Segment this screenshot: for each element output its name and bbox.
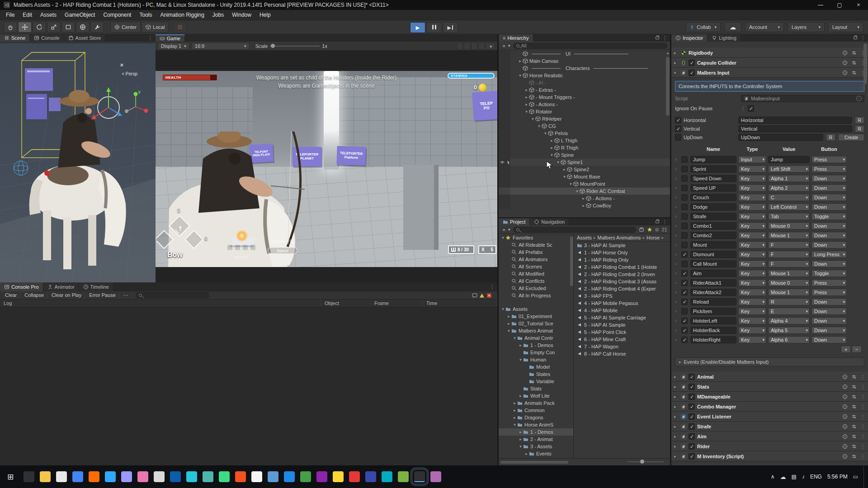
display-dropdown[interactable]: Display 1	[158, 42, 189, 50]
input-enabled-checkbox[interactable]	[681, 223, 688, 229]
drag-handle-icon[interactable]: ≡	[675, 281, 679, 285]
tool-button[interactable]	[4, 22, 17, 33]
input-button-dropdown[interactable]: Press	[811, 156, 847, 163]
input-enabled-checkbox[interactable]	[681, 261, 688, 267]
input-button-dropdown[interactable]: Down	[811, 327, 847, 334]
input-enabled-checkbox[interactable]	[681, 175, 688, 182]
hierarchy-item[interactable]: ▸ - Mount Triggers -	[499, 94, 670, 101]
taskbar-app-icon[interactable]	[382, 471, 392, 482]
breadcrumb[interactable]: Assets▸ Malbers Animations▸ Horse▸	[574, 234, 670, 242]
hierarchy-item[interactable]: ▸ - Extras -	[499, 86, 670, 94]
hierarchy-item[interactable]: ▾ Rotator	[499, 108, 670, 115]
input-enabled-checkbox[interactable]	[681, 242, 688, 248]
language-indicator[interactable]: ENG	[810, 474, 822, 480]
menu-item[interactable]: Animation Rigging	[156, 10, 208, 20]
panel-menu-icon[interactable]: ⋮	[662, 35, 667, 41]
drag-handle-icon[interactable]: ≡	[675, 167, 679, 171]
taskbar-app-icon[interactable]	[170, 471, 181, 482]
component-enabled-checkbox[interactable]	[689, 423, 695, 430]
project-tree-item[interactable]: All Modified	[499, 270, 573, 277]
component-header-malbers-input[interactable]: ▾ Malbers Input ⋮	[671, 68, 868, 78]
axis-reset-button[interactable]: R	[855, 125, 864, 132]
clock[interactable]: 5:56 PM	[827, 474, 848, 480]
input-name-field[interactable]: RiderAttack2	[690, 289, 736, 296]
axis-value-field[interactable]: UpDown	[738, 134, 823, 141]
help-icon[interactable]	[842, 384, 848, 389]
input-button-dropdown[interactable]: Press	[811, 289, 847, 296]
drag-handle-icon[interactable]: ≡	[675, 158, 679, 162]
input-enabled-checkbox[interactable]	[681, 185, 688, 191]
input-type-dropdown[interactable]: Key	[738, 336, 766, 343]
component-enabled-checkbox[interactable]	[689, 453, 695, 460]
help-icon[interactable]	[842, 434, 848, 439]
presets-icon[interactable]	[851, 444, 857, 449]
taskbar-app-icon[interactable]	[24, 471, 34, 482]
component-header[interactable]: ▸ M Inventory (Script) ⋮	[671, 451, 868, 461]
volume-icon[interactable]: ♪	[802, 474, 805, 480]
project-tree-item[interactable]: ▸ Common	[499, 407, 573, 414]
presets-icon[interactable]	[851, 414, 857, 419]
input-button-dropdown[interactable]: Down	[811, 194, 847, 201]
help-icon[interactable]	[842, 394, 848, 399]
lock-icon[interactable]	[656, 221, 659, 223]
input-enabled-checkbox[interactable]	[681, 204, 688, 210]
project-file-item[interactable]: 6 - HAP Mine Craft	[574, 336, 670, 343]
input-button-dropdown[interactable]: Press	[811, 165, 847, 173]
help-icon[interactable]	[842, 60, 848, 66]
console-toolbar-button[interactable]: Clear	[2, 291, 20, 299]
hierarchy-item[interactable]: ▸ L Thigh	[499, 137, 670, 144]
hierarchy-search-input[interactable]: All	[513, 43, 667, 49]
component-menu-icon[interactable]: ⋮	[860, 454, 865, 460]
hierarchy-item[interactable]: ▸ CowBoy	[499, 202, 670, 209]
input-value-dropdown[interactable]: Mouse 1	[768, 270, 810, 277]
object-picker-icon[interactable]	[856, 96, 862, 101]
axis-create-button[interactable]: Create	[838, 134, 864, 141]
input-type-dropdown[interactable]: Key	[738, 317, 766, 324]
input-value-dropdown[interactable]: Tab	[768, 213, 810, 220]
input-name-field[interactable]: Reload	[690, 298, 736, 305]
project-tree-item[interactable]: All Conflicts	[499, 277, 573, 285]
project-tree-item[interactable]: States	[499, 371, 573, 378]
input-button-dropdown[interactable]: Long Press	[811, 251, 847, 258]
input-name-field[interactable]: Crouch	[690, 194, 736, 201]
console-toolbar-button[interactable]: Error Pause	[86, 291, 119, 299]
visibility-eye-icon[interactable]	[500, 160, 505, 164]
input-type-dropdown[interactable]: Key	[738, 241, 766, 249]
input-type-dropdown[interactable]: Key	[738, 232, 766, 239]
input-value-dropdown[interactable]: C	[768, 194, 810, 201]
project-tree-item[interactable]: All Animators	[499, 256, 573, 263]
tool-button[interactable]	[90, 22, 104, 33]
component-enabled-checkbox[interactable]	[689, 433, 695, 440]
presets-icon[interactable]	[851, 374, 857, 380]
input-button-dropdown[interactable]: Down	[811, 222, 847, 230]
component-header[interactable]: ▸ Stats ⋮	[671, 382, 868, 392]
axis-reset-button[interactable]: R	[826, 134, 835, 141]
presets-icon[interactable]	[851, 70, 857, 75]
input-type-dropdown[interactable]: Key	[738, 260, 766, 267]
game-gizmos-caret[interactable]	[486, 42, 495, 50]
taskbar-app-icon[interactable]	[154, 471, 165, 482]
project-tree-item[interactable]: ▸ Dragons	[499, 414, 573, 421]
input-value-dropdown[interactable]: Mouse 1	[768, 289, 810, 296]
input-enabled-checkbox[interactable]	[681, 327, 688, 333]
project-file-item[interactable]: 1 - HAP Riding Only	[574, 256, 670, 263]
input-value-dropdown[interactable]: Alpha 5	[768, 327, 810, 334]
input-type-dropdown[interactable]: Key	[738, 308, 766, 315]
input-enabled-checkbox[interactable]	[681, 280, 688, 286]
taskbar-app-icon[interactable]	[251, 471, 262, 482]
hierarchy-add-button[interactable]: ＋	[501, 42, 510, 49]
component-enabled-checkbox[interactable]	[689, 394, 695, 400]
project-tree-item[interactable]: All In Progress	[499, 292, 573, 299]
panel-tab[interactable]: Project	[499, 218, 530, 225]
axis-enabled-checkbox[interactable]	[675, 134, 681, 141]
help-icon[interactable]	[842, 454, 848, 459]
remove-input-button[interactable]: −	[852, 346, 862, 353]
input-value-dropdown[interactable]: Alpha 2	[768, 184, 810, 192]
project-file-item[interactable]: 5 - HAP Point Click	[574, 328, 670, 336]
notification-icon[interactable]: ▭	[853, 474, 858, 480]
panel-tab[interactable]: Console Pro	[0, 282, 43, 291]
tab-options-icon[interactable]: ⋮	[148, 35, 153, 41]
input-name-field[interactable]: Sprint	[690, 165, 736, 173]
input-button-dropdown[interactable]: Toggle	[811, 213, 847, 220]
game-toolbar-button[interactable]	[464, 42, 470, 50]
